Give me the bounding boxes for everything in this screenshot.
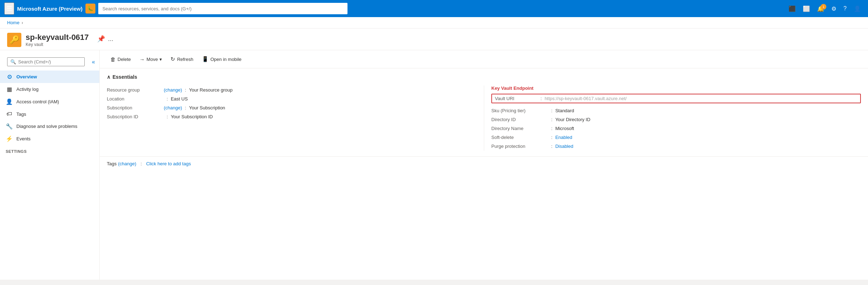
soft-delete-label: Soft-delete (491, 135, 548, 140)
resource-group-label: Resource group (107, 87, 164, 93)
sku-label: Sku (Pricing tier) (491, 108, 548, 113)
vault-uri-value: https://sp-keyvault-0617.vault.azure.net… (545, 96, 627, 101)
tags-change-link[interactable]: (change) (118, 161, 136, 166)
purge-protection-value[interactable]: Disabled (555, 144, 574, 149)
more-options-button[interactable]: ... (108, 35, 113, 43)
essentials-row-sku: Sku (Pricing tier) : Standard (491, 106, 861, 115)
essentials-title: Essentials (113, 74, 137, 80)
account-button[interactable]: 👤 (851, 3, 864, 14)
mobile-icon: 📱 (202, 56, 209, 62)
sidebar-item-diagnose[interactable]: 🔧 Diagnose and solve problems (0, 120, 99, 133)
app-title: Microsoft Azure (Preview) (17, 6, 83, 12)
sidebar-item-access-control[interactable]: 👤 Access control (IAM) (0, 95, 99, 108)
directory-id-value: Your Directory ID (555, 117, 591, 122)
delete-button[interactable]: 🗑 Delete (107, 54, 135, 64)
resource-group-value: Your Resource group (189, 87, 232, 93)
sidebar-item-label-activity-log: Activity log (16, 87, 38, 92)
essentials-collapse-icon: ∧ (107, 74, 110, 80)
directory-name-value: Microsoft (555, 126, 574, 131)
essentials-row-purge-protection: Purge protection : Disabled (491, 142, 861, 151)
essentials-right: Key Vault Endpoint Vault URI : https://s… (484, 86, 861, 151)
essentials-row-subscription-id: Subscription ID : Your Subscription ID (107, 112, 470, 121)
resource-header: 🔑 sp-keyvault-0617 Key vault 📌 ... (0, 28, 868, 50)
diagnose-icon: 🔧 (6, 123, 13, 130)
subscription-id-value: Your Subscription ID (171, 114, 213, 119)
sidebar-item-events[interactable]: ⚡ Events (0, 133, 99, 145)
open-mobile-button[interactable]: 📱 Open in mobile (198, 54, 245, 64)
soft-delete-value[interactable]: Enabled (555, 135, 572, 140)
tags-icon: 🏷 (6, 111, 13, 117)
subscription-change-link[interactable]: (change) (164, 105, 182, 110)
notifications-badge: 1 (821, 4, 826, 10)
resource-name: sp-keyvault-0617 (26, 33, 89, 42)
help-button[interactable]: ? (841, 3, 849, 14)
settings-button[interactable]: ⚙ (828, 3, 839, 14)
refresh-icon: ↻ (171, 56, 175, 62)
refresh-label: Refresh (177, 57, 193, 62)
move-button[interactable]: → Move ▾ (136, 54, 166, 64)
toolbar: 🗑 Delete → Move ▾ ↻ Refresh 📱 Open in mo… (100, 50, 868, 68)
subscription-value: Your Subscription (189, 105, 225, 110)
tags-section: Tags (change) : Click here to add tags (100, 156, 868, 171)
essentials-row-directory-name: Directory Name : Microsoft (491, 124, 861, 133)
top-navbar: ☰ Microsoft Azure (Preview) 🐛 ⬛ ⬜ 🔔 1 ⚙ … (0, 0, 868, 17)
content-area: 🗑 Delete → Move ▾ ↻ Refresh 📱 Open in mo… (100, 50, 868, 280)
breadcrumb-home-link[interactable]: Home (7, 20, 20, 25)
vault-uri-row: Vault URI : https://sp-keyvault-0617.vau… (491, 94, 861, 103)
access-control-icon: 👤 (6, 98, 13, 105)
topbar-actions: ⬛ ⬜ 🔔 1 ⚙ ? 👤 (786, 3, 864, 14)
sidebar-item-label-tags: Tags (16, 112, 26, 117)
essentials-grid: Resource group (change) : Your Resource … (107, 86, 861, 151)
sidebar-item-activity-log[interactable]: ▦ Activity log (0, 83, 99, 95)
location-value: East US (171, 96, 188, 102)
location-label: Location (107, 96, 164, 102)
sidebar: 🔍 « ⊙ Overview ▦ Activity log 👤 Access c… (0, 50, 100, 280)
essentials-row-resource-group: Resource group (change) : Your Resource … (107, 86, 470, 94)
resource-title-group: sp-keyvault-0617 Key vault (26, 33, 89, 47)
vault-uri-label: Vault URI (495, 96, 538, 101)
tags-add-link[interactable]: Click here to add tags (146, 161, 191, 166)
essentials-row-location: Location : East US (107, 94, 470, 103)
purge-protection-label: Purge protection (491, 144, 548, 149)
essentials-header: ∧ Essentials (107, 74, 861, 80)
sidebar-search-container: 🔍 (7, 57, 85, 66)
resource-header-actions: 📌 ... (97, 33, 113, 43)
resource-group-change-link[interactable]: (change) (164, 87, 182, 93)
essentials-row-soft-delete: Soft-delete : Enabled (491, 133, 861, 142)
sidebar-item-tags[interactable]: 🏷 Tags (0, 108, 99, 120)
main-layout: 🔍 « ⊙ Overview ▦ Activity log 👤 Access c… (0, 50, 868, 280)
kve-header: Key Vault Endpoint (491, 86, 861, 91)
sidebar-item-label-diagnose: Diagnose and solve problems (16, 124, 77, 129)
sidebar-item-label-overview: Overview (16, 74, 37, 79)
sidebar-search-icon: 🔍 (10, 59, 16, 64)
subscription-id-label: Subscription ID (107, 114, 164, 119)
delete-label: Delete (117, 57, 131, 62)
essentials-left: Resource group (change) : Your Resource … (107, 86, 484, 151)
tags-separator: : (141, 161, 142, 166)
sidebar-collapse-button[interactable]: « (90, 57, 96, 67)
essentials-row-directory-id: Directory ID : Your Directory ID (491, 115, 861, 124)
cloud-shell-button[interactable]: ⬛ (786, 3, 799, 14)
global-search-input[interactable] (98, 3, 347, 14)
events-icon: ⚡ (6, 135, 13, 142)
essentials-row-subscription: Subscription (change) : Your Subscriptio… (107, 103, 470, 112)
resource-icon: 🔑 (7, 33, 21, 47)
hamburger-menu-button[interactable]: ☰ (4, 2, 14, 15)
sidebar-item-label-events: Events (16, 136, 31, 141)
resource-type: Key vault (26, 42, 89, 47)
subscription-label: Subscription (107, 105, 164, 110)
sidebar-item-overview[interactable]: ⊙ Overview (0, 71, 99, 83)
tags-label: Tags (107, 161, 116, 166)
portal-menu-button[interactable]: ⬜ (800, 3, 813, 14)
refresh-button[interactable]: ↻ Refresh (167, 54, 197, 64)
resource-group-sep: : (185, 87, 186, 93)
directory-name-label: Directory Name (491, 126, 548, 131)
pin-button[interactable]: 📌 (97, 35, 105, 43)
delete-icon: 🗑 (110, 56, 116, 62)
activity-log-icon: ▦ (6, 86, 13, 93)
bug-icon: 🐛 (85, 4, 95, 14)
breadcrumb: Home › (0, 17, 868, 28)
move-label: Move (147, 57, 158, 62)
notifications-button[interactable]: 🔔 1 (814, 3, 827, 14)
sidebar-search-input[interactable] (18, 59, 82, 64)
